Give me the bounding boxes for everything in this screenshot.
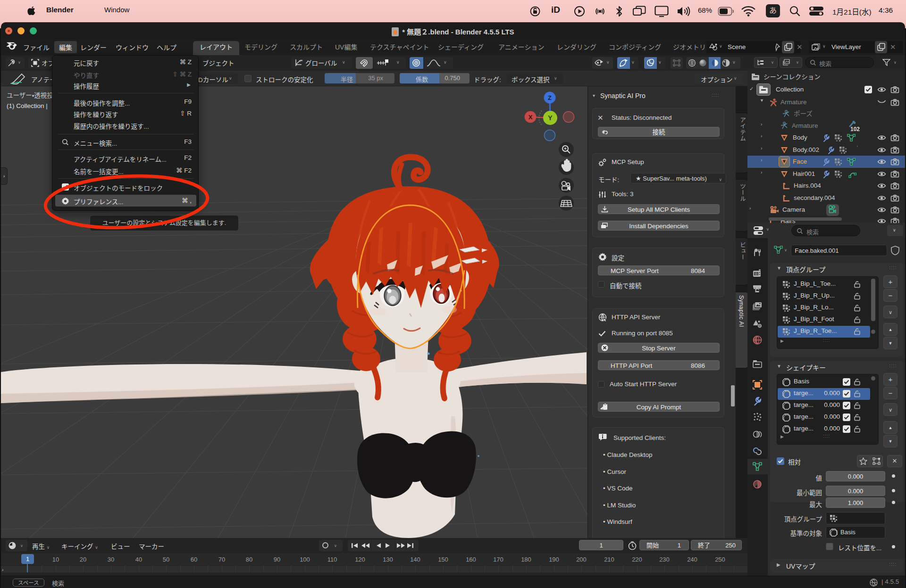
- svg-text:Y: Y: [548, 114, 553, 122]
- svg-text:X: X: [528, 114, 533, 121]
- svg-text:Z: Z: [548, 94, 552, 101]
